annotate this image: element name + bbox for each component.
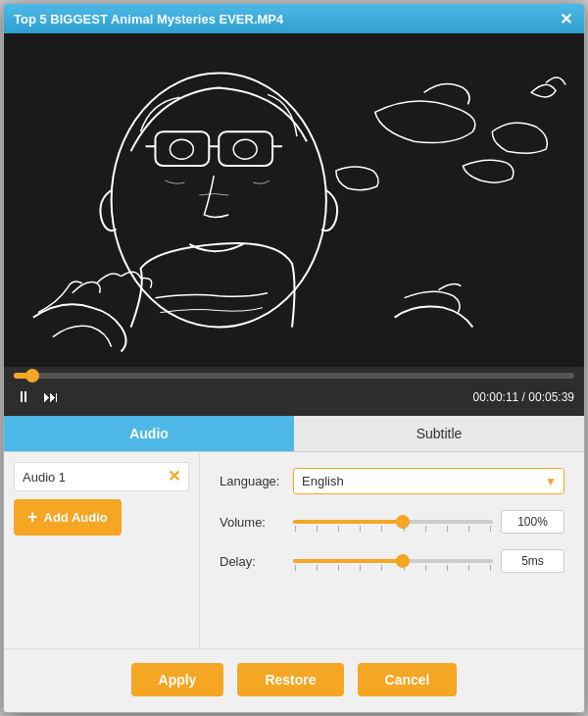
audio-settings-panel: Language: English French German Spanish … — [200, 452, 584, 648]
main-window: Top 5 BIGGEST Animal Mysteries EVER.MP4 … — [3, 3, 585, 713]
svg-rect-1 — [155, 131, 209, 166]
restore-button[interactable]: Restore — [237, 663, 343, 696]
tick-9 — [468, 526, 469, 532]
delay-input[interactable] — [501, 549, 564, 573]
tick-4 — [360, 526, 361, 532]
delay-fill — [293, 559, 403, 563]
volume-input[interactable] — [501, 510, 564, 534]
total-time: 00:05:39 — [528, 390, 574, 404]
controls-row: ⏸ ⏭ 00:00:11 / 00:05:39 — [14, 386, 574, 408]
audio-list-panel: Audio 1 ✕ + Add Audio — [4, 452, 200, 648]
tick-d2 — [317, 565, 318, 571]
skip-button[interactable]: ⏭ — [41, 386, 61, 408]
video-area — [4, 33, 584, 367]
tab-content: Audio 1 ✕ + Add Audio Language: English … — [4, 452, 584, 648]
tick-2 — [317, 526, 318, 532]
window-title: Top 5 BIGGEST Animal Mysteries EVER.MP4 — [14, 12, 283, 26]
video-preview — [4, 33, 584, 367]
svg-rect-2 — [219, 131, 272, 166]
tab-audio[interactable]: Audio — [4, 416, 294, 451]
remove-audio-button[interactable]: ✕ — [168, 469, 180, 485]
delay-slider-wrapper — [293, 549, 564, 573]
tick-3 — [338, 526, 339, 532]
volume-row: Volume: — [220, 510, 564, 534]
tick-d3 — [338, 565, 339, 571]
delay-row: Delay: — [220, 549, 564, 573]
language-select-wrapper: English French German Spanish Chinese Ja… — [293, 468, 564, 494]
playback-controls: ⏸ ⏭ — [14, 386, 61, 408]
controls-bar: ⏸ ⏭ 00:00:11 / 00:05:39 — [4, 367, 584, 416]
tick-7 — [425, 526, 426, 532]
tick-1 — [295, 526, 296, 532]
time-separator: / — [522, 390, 525, 404]
tabs-row: Audio Subtitle — [4, 416, 584, 452]
apply-button[interactable]: Apply — [131, 663, 224, 696]
tick-d9 — [468, 565, 469, 571]
volume-label: Volume: — [220, 515, 293, 530]
cancel-button[interactable]: Cancel — [358, 663, 458, 696]
tick-d6 — [404, 565, 405, 571]
tab-subtitle[interactable]: Subtitle — [294, 416, 584, 451]
current-time: 00:00:11 — [473, 390, 519, 404]
tick-d7 — [425, 565, 426, 571]
plus-icon: + — [27, 507, 38, 528]
delay-label: Delay: — [220, 554, 293, 569]
tick-6 — [404, 526, 405, 532]
time-display: 00:00:11 / 00:05:39 — [473, 390, 574, 404]
delay-track[interactable] — [293, 559, 493, 563]
delay-spinner-wrapper — [501, 549, 564, 573]
volume-track[interactable] — [293, 520, 493, 524]
play-pause-button[interactable]: ⏸ — [14, 386, 33, 408]
tick-5 — [381, 526, 382, 532]
tick-d8 — [447, 565, 448, 571]
progress-track[interactable] — [14, 373, 574, 379]
list-item: Audio 1 ✕ — [14, 462, 189, 491]
tick-d4 — [360, 565, 361, 571]
bottom-buttons: Apply Restore Cancel — [4, 648, 584, 712]
svg-point-7 — [233, 139, 257, 159]
close-button[interactable]: ✕ — [557, 10, 574, 27]
language-label: Language: — [220, 474, 293, 488]
volume-fill — [293, 520, 403, 524]
tick-d1 — [295, 565, 296, 571]
svg-point-6 — [170, 139, 193, 159]
language-row: Language: English French German Spanish … — [220, 468, 564, 494]
progress-thumb[interactable] — [25, 369, 39, 383]
volume-slider-wrapper — [293, 510, 564, 534]
add-audio-button[interactable]: + Add Audio — [14, 499, 122, 536]
audio-item-name: Audio 1 — [23, 470, 66, 485]
tick-8 — [447, 526, 448, 532]
title-bar: Top 5 BIGGEST Animal Mysteries EVER.MP4 … — [4, 4, 584, 33]
tick-d5 — [381, 565, 382, 571]
language-select[interactable]: English French German Spanish Chinese Ja… — [293, 468, 564, 494]
tick-10 — [490, 526, 491, 532]
volume-spinner-wrapper — [501, 510, 564, 534]
tick-d10 — [490, 565, 491, 571]
add-audio-label: Add Audio — [44, 510, 108, 525]
